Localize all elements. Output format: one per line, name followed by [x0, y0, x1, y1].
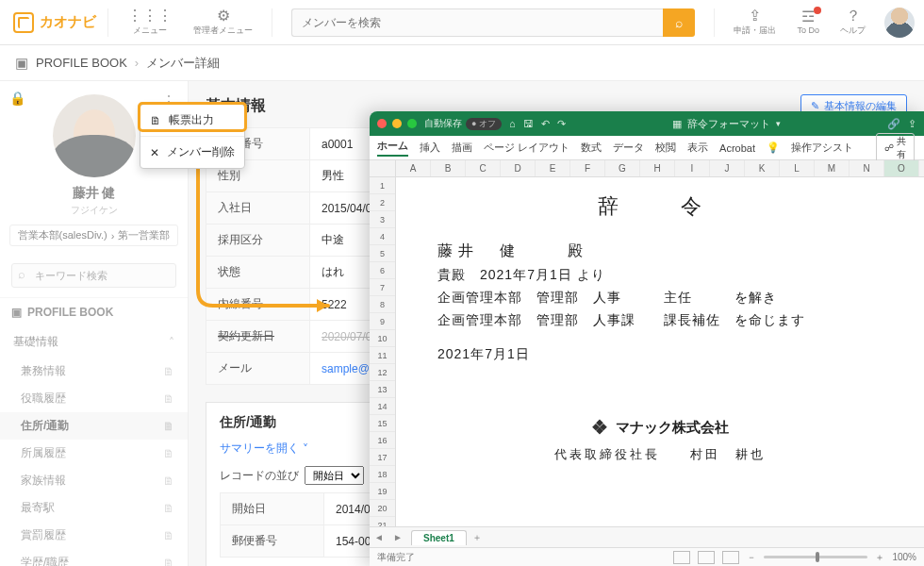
row-header[interactable]: 17	[370, 449, 395, 466]
row-header[interactable]: 6	[370, 262, 395, 279]
zoom-in-button[interactable]: ＋	[875, 551, 884, 564]
row-header[interactable]: 21	[370, 517, 395, 526]
row-header[interactable]: 13	[370, 381, 395, 398]
row-header[interactable]: 5	[370, 245, 395, 262]
row-header[interactable]: 4	[370, 228, 395, 245]
sidebar-search-input[interactable]	[11, 263, 176, 288]
row-header[interactable]: 9	[370, 313, 395, 330]
col-header[interactable]: A	[396, 160, 431, 176]
operation-assist[interactable]: 操作アシスト	[791, 141, 853, 155]
export-report-item[interactable]: 🗎 帳票出力	[140, 105, 244, 136]
home-icon[interactable]: ⌂	[509, 118, 516, 129]
sidebar-item[interactable]: 家族情報🗎	[0, 467, 188, 494]
row-header[interactable]: 12	[370, 364, 395, 381]
col-header[interactable]: H	[640, 160, 675, 176]
sidebar-item[interactable]: 最寄駅🗎	[0, 494, 188, 522]
ribbon-tab-review[interactable]: 校閲	[655, 141, 676, 155]
ribbon-tab-view[interactable]: 表示	[687, 141, 708, 155]
row-header[interactable]: 3	[370, 211, 395, 228]
share-button[interactable]: ☍ 共有	[876, 133, 915, 163]
col-header[interactable]: L	[780, 160, 815, 176]
col-header[interactable]: E	[536, 160, 570, 176]
excel-titlebar: 自動保存 ● オフ ⌂ 🖫 ↶ ↷ ▦ 辞令フォーマット ▾ 🔗 ⇪	[370, 111, 924, 136]
member-dept[interactable]: 営業本部(salesDiv.) › 第一営業部	[9, 225, 179, 246]
sidebar-item[interactable]: 役職履歴🗎	[0, 385, 188, 412]
sidebar-section-title: ▣ PROFILE BOOK	[0, 297, 188, 326]
excel-column-headers[interactable]: ABCDEFGHIJKLMNO	[370, 160, 924, 177]
row-header[interactable]: 16	[370, 432, 395, 449]
current-user-avatar[interactable]	[884, 8, 915, 38]
view-normal-icon[interactable]	[673, 551, 690, 564]
sheet-nav-next[interactable]: ►	[388, 532, 407, 542]
add-sheet-button[interactable]: ＋	[472, 531, 482, 544]
row-header[interactable]: 10	[370, 330, 395, 347]
sidebar-item[interactable]: 住所/通勤🗎	[0, 412, 188, 440]
col-header[interactable]: N	[850, 160, 884, 176]
col-header[interactable]: F	[570, 160, 605, 176]
excel-row-headers[interactable]: 12345678910111213141516171819202122	[370, 177, 396, 526]
excel-app-icon: ▦	[672, 118, 682, 130]
admin-menu-button[interactable]: ⚙ 管理者メニュー	[186, 7, 260, 39]
col-header[interactable]: D	[501, 160, 536, 176]
ribbon-tab-data[interactable]: データ	[613, 141, 644, 155]
window-controls[interactable]	[377, 119, 417, 128]
todo-button[interactable]: ☲ To Do	[789, 8, 827, 37]
row-header[interactable]: 7	[370, 279, 395, 296]
sidebar-item[interactable]: 兼務情報🗎	[0, 358, 188, 385]
minimize-window-icon[interactable]	[392, 119, 402, 128]
view-break-icon[interactable]	[722, 551, 739, 564]
row-header[interactable]: 11	[370, 347, 395, 364]
undo-icon[interactable]: ↶	[541, 118, 550, 130]
delete-member-item[interactable]: ✕ メンバー削除	[140, 136, 244, 168]
row-header[interactable]: 14	[370, 398, 395, 415]
sheet-tab-1[interactable]: Sheet1	[411, 530, 467, 545]
col-header[interactable]: K	[745, 160, 780, 176]
sidebar-item[interactable]: 賞罰履歴🗎	[0, 522, 188, 549]
brand-logo[interactable]: カオナビ	[13, 12, 96, 33]
row-header[interactable]: 2	[370, 194, 395, 211]
breadcrumb-root[interactable]: PROFILE BOOK	[36, 56, 127, 70]
sidebar-item[interactable]: 学歴/職歴🗎	[0, 549, 188, 566]
ribbon-tab-acrobat[interactable]: Acrobat	[719, 142, 755, 154]
maximize-window-icon[interactable]	[407, 119, 417, 128]
view-page-icon[interactable]	[698, 551, 715, 564]
chevron-up-icon: ˄	[169, 336, 174, 349]
col-header[interactable]: I	[675, 160, 710, 176]
row-header[interactable]: 1	[370, 177, 395, 194]
col-header[interactable]: J	[710, 160, 745, 176]
search-button[interactable]: ⌕	[663, 8, 695, 37]
share-icon[interactable]: ⇪	[908, 118, 916, 130]
sidebar-group-basic[interactable]: 基礎情報 ˄	[0, 326, 188, 358]
menu-button[interactable]: ⋮⋮⋮ メニュー	[120, 7, 180, 39]
row-header[interactable]: 18	[370, 466, 395, 483]
zoom-out-button[interactable]: －	[747, 551, 756, 564]
row-header[interactable]: 20	[370, 500, 395, 517]
col-header[interactable]: O	[884, 160, 919, 176]
search-input[interactable]	[291, 8, 663, 37]
col-header[interactable]: B	[431, 160, 466, 176]
chevron-down-icon[interactable]: ▾	[776, 119, 781, 128]
help-button[interactable]: ？ ヘルプ	[833, 7, 873, 39]
autosave-toggle[interactable]: 自動保存 ● オフ	[424, 117, 502, 130]
close-window-icon[interactable]	[377, 119, 387, 128]
ribbon-tab-insert[interactable]: 挿入	[420, 141, 440, 155]
ribbon-tab-formula[interactable]: 数式	[581, 141, 602, 155]
save-icon[interactable]: 🖫	[523, 118, 534, 129]
row-header[interactable]: 19	[370, 483, 395, 500]
row-header[interactable]: 15	[370, 415, 395, 432]
col-header[interactable]: G	[605, 160, 640, 176]
sheet-nav-prev[interactable]: ◄	[370, 532, 388, 542]
ribbon-tab-draw[interactable]: 描画	[452, 141, 472, 155]
ribbon-tab-home[interactable]: ホーム	[377, 139, 408, 157]
col-header[interactable]: C	[466, 160, 501, 176]
apply-button[interactable]: ⇪ 申請・届出	[726, 7, 784, 39]
row-header[interactable]: 8	[370, 296, 395, 313]
zoom-slider[interactable]	[764, 556, 867, 558]
order-select[interactable]: 開始日	[305, 466, 364, 485]
ribbon-tab-layout[interactable]: ページ レイアウト	[484, 141, 569, 155]
redo-icon[interactable]: ↷	[557, 118, 566, 130]
col-header[interactable]: M	[815, 160, 850, 176]
excel-sheet-area[interactable]: 辞 令 藤井 健 殿 貴殿 2021年7月1日 より 企画管理本部 管理部 人事…	[396, 177, 924, 526]
sidebar-item[interactable]: 所属履歴🗎	[0, 440, 188, 467]
link-icon[interactable]: 🔗	[887, 118, 900, 130]
